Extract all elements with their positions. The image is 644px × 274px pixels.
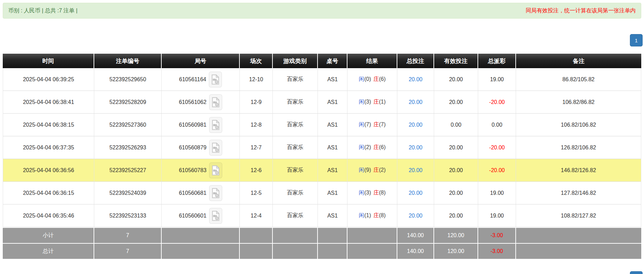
remark-cell: 106.82/86.82 bbox=[516, 91, 641, 114]
valid-bet-cell: 20.00 bbox=[434, 68, 478, 91]
subtotal-total-bet: 140.00 bbox=[397, 227, 434, 243]
video-replay-button[interactable] bbox=[209, 72, 222, 87]
valid-bet-cell: 0.00 bbox=[434, 114, 478, 136]
payout-cell: 19.00 bbox=[478, 68, 516, 91]
game-type-cell: 百家乐 bbox=[273, 159, 318, 182]
table-no-cell: AS1 bbox=[318, 136, 347, 159]
subtotal-row: 小计 7 140.00 120.00 -3.00 bbox=[3, 227, 641, 243]
notice-text: 同局有效投注，统一计算在该局第一张注单内 bbox=[526, 7, 636, 14]
session-cell: 12-7 bbox=[240, 136, 273, 159]
subtotal-payout: -3.00 bbox=[478, 227, 516, 243]
bet-id-cell: 522392524039 bbox=[94, 182, 162, 204]
total-valid-bet: 120.00 bbox=[434, 243, 478, 259]
total-payout: -3.00 bbox=[478, 243, 516, 259]
time-cell: 2025-04-04 06:36:15 bbox=[3, 182, 94, 204]
session-cell: 12-10 bbox=[240, 68, 273, 91]
table-row[interactable]: 2025-04-04 06:39:25 522392529650 6105611… bbox=[3, 68, 641, 91]
round-cell: 610561164 bbox=[162, 68, 240, 91]
player-result-score: (1) bbox=[364, 212, 371, 218]
remark-cell: 126.82/106.82 bbox=[516, 136, 641, 159]
table-row[interactable]: 2025-04-04 06:38:41 522392528209 6105610… bbox=[3, 91, 641, 114]
banker-result-label: 庄 bbox=[374, 144, 379, 150]
game-type-cell: 百家乐 bbox=[273, 114, 318, 136]
time-cell: 2025-04-04 06:37:35 bbox=[3, 136, 94, 159]
total-bet-link[interactable]: 20.00 bbox=[409, 76, 422, 82]
table-row[interactable]: 2025-04-04 06:36:15 522392524039 6105606… bbox=[3, 182, 641, 204]
table-no-cell: AS1 bbox=[318, 114, 347, 136]
video-replay-button[interactable] bbox=[209, 185, 222, 201]
bet-records-table: 时间 注单编号 局号 场次 游戏类别 桌号 结果 总投注 有效投注 总派彩 备注… bbox=[3, 54, 641, 259]
video-replay-button[interactable] bbox=[209, 94, 222, 110]
round-cell: 610560681 bbox=[162, 182, 240, 204]
session-cell: 12-9 bbox=[240, 91, 273, 114]
banker-result-score: (8) bbox=[379, 190, 386, 196]
total-bet-link[interactable]: 20.00 bbox=[409, 213, 422, 219]
subtotal-valid-bet: 120.00 bbox=[434, 227, 478, 243]
bet-id-cell: 522392527360 bbox=[94, 114, 162, 136]
total-bet-link[interactable]: 20.00 bbox=[409, 190, 422, 196]
valid-bet-cell: 20.00 bbox=[434, 91, 478, 114]
table-summary: 小计 7 140.00 120.00 -3.00 总计 7 140.00 120… bbox=[3, 227, 641, 259]
subtotal-count: 7 bbox=[94, 227, 162, 243]
total-bet-cell: 20.00 bbox=[397, 136, 434, 159]
col-result: 结果 bbox=[347, 54, 397, 68]
payout-cell: -20.00 bbox=[478, 136, 516, 159]
remark-cell: 127.82/146.82 bbox=[516, 182, 641, 204]
remark-cell: 86.82/105.82 bbox=[516, 68, 641, 91]
video-file-icon bbox=[212, 211, 220, 221]
valid-bet-cell: 20.00 bbox=[434, 182, 478, 204]
player-result-score: (7) bbox=[364, 122, 371, 127]
player-result-label: 闲 bbox=[359, 122, 364, 127]
result-cell: 闲(2)庄(6) bbox=[347, 136, 397, 159]
table-row[interactable]: 2025-04-04 06:35:46 522392523133 6105606… bbox=[3, 204, 641, 227]
video-replay-button[interactable] bbox=[209, 140, 222, 156]
banker-result-score: (8) bbox=[379, 212, 386, 218]
pagination-top: 1 bbox=[0, 34, 643, 46]
time-cell: 2025-04-04 06:39:25 bbox=[3, 68, 94, 91]
session-cell: 12-8 bbox=[240, 114, 273, 136]
banker-result-score: (7) bbox=[379, 122, 386, 127]
player-result-score: (0) bbox=[364, 76, 371, 82]
session-cell: 12-4 bbox=[240, 204, 273, 227]
table-row[interactable]: 2025-04-04 06:37:35 522392526293 6105608… bbox=[3, 136, 641, 159]
video-file-icon bbox=[212, 97, 220, 107]
total-bet-cell: 20.00 bbox=[397, 91, 434, 114]
video-replay-button[interactable] bbox=[209, 117, 222, 133]
col-payout: 总派彩 bbox=[478, 54, 516, 68]
currency-summary-text: 币别 : 人民币 | 总共 :7 注单 | bbox=[8, 7, 77, 14]
banker-result-label: 庄 bbox=[374, 167, 379, 173]
game-type-cell: 百家乐 bbox=[273, 91, 318, 114]
video-replay-button[interactable] bbox=[209, 162, 222, 178]
player-result-score: (2) bbox=[364, 144, 371, 150]
video-replay-button[interactable] bbox=[209, 208, 222, 224]
game-type-cell: 百家乐 bbox=[273, 136, 318, 159]
total-bet-link[interactable]: 20.00 bbox=[409, 122, 422, 128]
payout-cell: -20.00 bbox=[478, 159, 516, 182]
player-result-label: 闲 bbox=[359, 167, 364, 173]
session-cell: 12-6 bbox=[240, 159, 273, 182]
round-cell: 610560879 bbox=[162, 136, 240, 159]
bet-id-cell: 522392525227 bbox=[94, 159, 162, 182]
result-cell: 闲(0)庄(6) bbox=[347, 68, 397, 91]
summary-bar: 币别 : 人民币 | 总共 :7 注单 | 同局有效投注，统一计算在该局第一张注… bbox=[3, 3, 641, 19]
valid-bet-cell: 20.00 bbox=[434, 159, 478, 182]
player-result-score: (3) bbox=[364, 99, 371, 105]
bet-id-cell: 522392523133 bbox=[94, 204, 162, 227]
banker-result-label: 庄 bbox=[374, 76, 379, 82]
table-row[interactable]: 2025-04-04 06:36:56 522392525227 6105607… bbox=[3, 159, 641, 182]
total-bet-cell: 20.00 bbox=[397, 159, 434, 182]
page-1-button[interactable]: 1 bbox=[630, 34, 643, 46]
total-bet-link[interactable]: 20.00 bbox=[409, 145, 422, 150]
col-table-no: 桌号 bbox=[318, 54, 347, 68]
total-bet-link[interactable]: 20.00 bbox=[409, 99, 422, 105]
round-number: 610561062 bbox=[179, 99, 206, 105]
page-1-button-bottom[interactable]: 1 bbox=[630, 271, 643, 274]
table-no-cell: AS1 bbox=[318, 91, 347, 114]
round-cell: 610561062 bbox=[162, 91, 240, 114]
player-result-label: 闲 bbox=[359, 76, 364, 82]
table-row[interactable]: 2025-04-04 06:38:15 522392527360 6105609… bbox=[3, 114, 641, 136]
video-file-icon bbox=[211, 74, 219, 85]
table-body: 2025-04-04 06:39:25 522392529650 6105611… bbox=[3, 68, 641, 227]
total-bet-link[interactable]: 20.00 bbox=[409, 167, 422, 173]
result-cell: 闲(1)庄(8) bbox=[347, 204, 397, 227]
